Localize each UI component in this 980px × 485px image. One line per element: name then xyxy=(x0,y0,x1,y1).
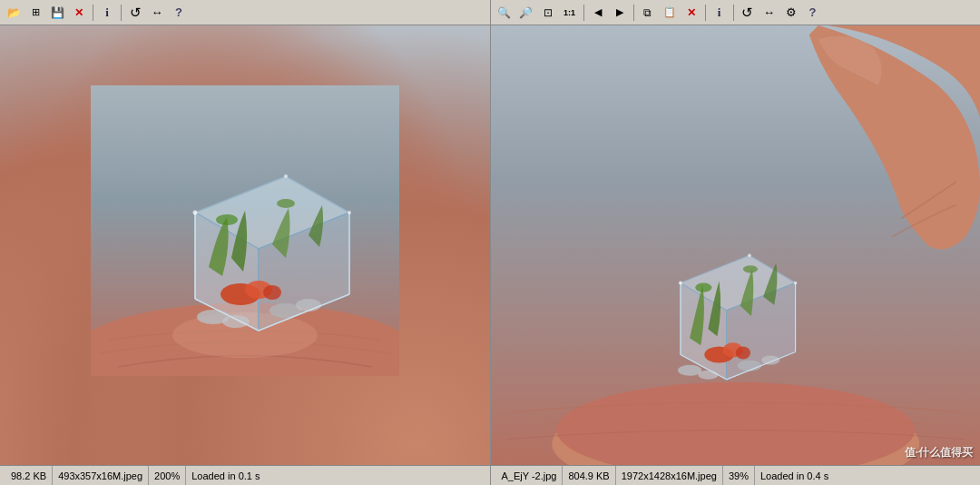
svg-point-33 xyxy=(735,346,750,359)
svg-point-34 xyxy=(677,365,701,376)
settings-btn-right[interactable]: ⚙ xyxy=(781,3,801,23)
svg-point-29 xyxy=(695,283,711,292)
svg-point-20 xyxy=(192,211,197,215)
zoom-1to1-btn-right[interactable]: 1:1 xyxy=(560,3,580,23)
left-cube-svg xyxy=(91,85,399,376)
sep2-left xyxy=(121,5,122,21)
svg-point-8 xyxy=(277,199,295,208)
sep1-right xyxy=(583,5,584,21)
svg-point-15 xyxy=(296,299,321,312)
prev-btn-right[interactable]: ◀ xyxy=(588,3,608,23)
close-btn-left[interactable] xyxy=(69,3,89,23)
help-btn-left[interactable]: ? xyxy=(169,3,189,23)
save-btn-left[interactable]: 💾 xyxy=(47,3,67,23)
close-btn-right[interactable] xyxy=(681,3,701,23)
left-statusbar: 98.2 KB 493x357x16M.jpeg 200% Loaded in … xyxy=(0,465,490,485)
watermark: 值·什么值得买 xyxy=(905,445,973,460)
sep3-right xyxy=(705,5,706,21)
rotate-r-btn-right[interactable]: ↺ xyxy=(738,3,758,23)
zoom-in-btn-right[interactable]: 🔍 xyxy=(495,3,514,23)
left-loadtime: Loaded in 0.1 s xyxy=(186,466,265,485)
left-image-area[interactable] xyxy=(0,25,490,465)
svg-point-43 xyxy=(793,282,797,285)
paste-btn-right[interactable]: 📋 xyxy=(660,3,680,23)
svg-point-35 xyxy=(698,371,718,380)
sep2-right xyxy=(633,5,634,21)
zoom-out-btn-right[interactable]: 🔎 xyxy=(516,3,536,23)
app-container: ⊞ 💾 i ↺ ↔ ? xyxy=(0,0,980,485)
svg-point-42 xyxy=(678,281,681,284)
svg-point-44 xyxy=(748,253,751,257)
svg-point-7 xyxy=(216,214,238,225)
right-zoom: 39% xyxy=(723,466,755,485)
flip-h-btn-left[interactable]: ↔ xyxy=(147,3,167,23)
left-zoom: 200% xyxy=(149,466,186,485)
svg-point-11 xyxy=(263,285,281,300)
svg-point-37 xyxy=(761,356,779,365)
right-toolbar: 🔍 🔎 ⊡ 1:1 ◀ ▶ ⧉ 📋 i ↺ ↔ ⚙ ? xyxy=(491,0,981,25)
flip-btn-right[interactable]: ↔ xyxy=(760,3,779,23)
help-btn-right[interactable]: ? xyxy=(803,3,823,23)
left-toolbar: ⊞ 💾 i ↺ ↔ ? xyxy=(0,0,490,25)
right-statusbar: A_EjY -2.jpg 804.9 KB 1972x1428x16M.jpeg… xyxy=(491,465,981,485)
info-btn-left[interactable]: i xyxy=(97,3,117,23)
next-btn-right[interactable]: ▶ xyxy=(610,3,630,23)
svg-point-36 xyxy=(737,361,760,371)
left-filesize: 98.2 KB xyxy=(5,466,53,485)
right-filesize: 804.9 KB xyxy=(563,466,615,485)
open-btn-left[interactable] xyxy=(4,3,24,23)
info-btn-right[interactable]: i xyxy=(710,3,730,23)
left-dimensions: 493x357x16M.jpeg xyxy=(53,466,149,485)
rotate-l-btn-left[interactable]: ↺ xyxy=(125,3,145,23)
right-image-svg xyxy=(491,25,981,465)
thumb-btn-left[interactable]: ⊞ xyxy=(25,3,45,23)
sep1-left xyxy=(93,5,93,21)
right-filename: A_EjY -2.jpg xyxy=(496,466,564,485)
zoom-fit-btn-right[interactable]: ⊡ xyxy=(538,3,558,23)
sep4-right xyxy=(733,5,734,21)
right-image-area[interactable]: 值·什么值得买 xyxy=(491,25,981,465)
right-loadtime: Loaded in 0.4 s xyxy=(755,466,834,485)
copy-btn-right[interactable]: ⧉ xyxy=(638,3,658,23)
svg-point-22 xyxy=(284,174,288,178)
svg-point-13 xyxy=(222,315,250,328)
svg-point-21 xyxy=(348,211,351,214)
right-pane: 🔍 🔎 ⊡ 1:1 ◀ ▶ ⧉ 📋 i ↺ ↔ ⚙ ? xyxy=(491,0,981,485)
left-pane: ⊞ 💾 i ↺ ↔ ? xyxy=(0,0,491,485)
right-dimensions: 1972x1428x16M.jpeg xyxy=(616,466,723,485)
svg-point-30 xyxy=(742,265,757,272)
